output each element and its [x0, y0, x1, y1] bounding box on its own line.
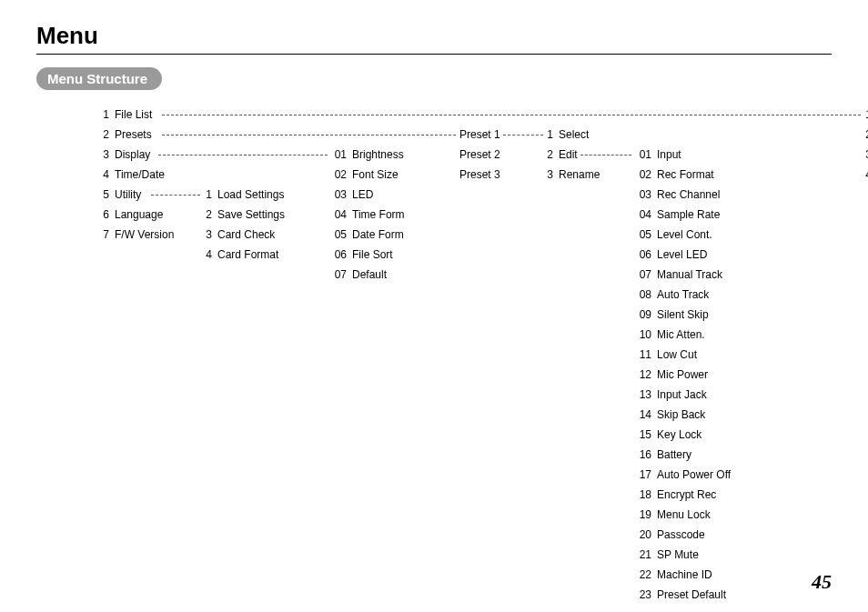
col-main: 1File List 2Presets 3Display 4Time/Date … [100, 105, 187, 245]
menu-item: 01Input [637, 145, 760, 165]
col-display: 01Brightness 02Font Size 03LED 04Time Fo… [332, 145, 432, 285]
dash-filelist [162, 115, 861, 115]
col-utility: 1Load Settings 2Save Settings 3Card Chec… [205, 185, 309, 265]
menu-item: 2Edit [546, 145, 619, 165]
menu-item: 14Skip Back [637, 405, 760, 425]
menu-item: 18Encrypt Rec [637, 485, 760, 505]
menu-item: 02Font Size [332, 165, 432, 185]
menu-item: 15Key Lock [637, 425, 760, 445]
menu-item: 3Rename [864, 145, 868, 165]
menu-item: Preset 3 [459, 165, 514, 185]
menu-item: 4Card Format [205, 245, 309, 265]
menu-item: 01Brightness [332, 145, 432, 165]
menu-item: 06Level LED [637, 245, 760, 265]
col-preset-action: 1Select 2Edit 3Rename [546, 125, 619, 185]
menu-item: 02Rec Format [637, 165, 760, 185]
menu-item: 5Utility [100, 185, 187, 205]
menu-item: 4Time/Date [100, 165, 187, 185]
menu-item: 1Play [864, 105, 868, 125]
menu-item: 06File Sort [332, 245, 432, 265]
menu-item: 3Card Check [205, 225, 309, 245]
col-presets: Preset 1 Preset 2 Preset 3 [459, 125, 514, 185]
menu-item: 2Save Settings [205, 205, 309, 225]
menu-item: 1Load Settings [205, 185, 309, 205]
page-number: 45 [812, 570, 832, 594]
menu-item: 11Low Cut [637, 345, 760, 365]
menu-item: 05Level Cont. [637, 225, 760, 245]
menu-item: 12Mic Power [637, 365, 760, 385]
menu-item: 03LED [332, 185, 432, 205]
menu-item: 04Sample Rate [637, 205, 760, 225]
menu-item: 7F/W Version [100, 225, 187, 245]
menu-item: 10Mic Atten. [637, 325, 760, 345]
menu-item: 19Menu Lock [637, 505, 760, 525]
menu-item: 07Manual Track [637, 265, 760, 285]
menu-item: 2Information [864, 125, 868, 145]
menu-item: 05Date Form [332, 225, 432, 245]
menu-item: 6Language [100, 205, 187, 225]
menu-item: 4Delete [864, 165, 868, 185]
col-edit: 01Input 02Rec Format 03Rec Channel 04Sam… [637, 145, 760, 605]
page-title: Menu [36, 22, 832, 50]
menu-tree: 1File List 2Presets 3Display 4Time/Date … [100, 105, 832, 596]
section-heading: Menu Structure [36, 67, 162, 90]
menu-item: 23Preset Default [637, 585, 760, 605]
dash-presets [162, 135, 456, 135]
menu-item: Preset 2 [459, 145, 514, 165]
menu-item: 3Rename [546, 165, 619, 185]
menu-item: 09Silent Skip [637, 305, 760, 325]
menu-item: 21SP Mute [637, 545, 760, 565]
menu-item: Preset 1 [459, 125, 514, 145]
title-rule [36, 54, 832, 55]
menu-item: 16Battery [637, 445, 760, 465]
col-filelist: 1Play 2Information 3Rename 4Delete [864, 105, 868, 185]
menu-item: 2Presets [100, 125, 187, 145]
menu-item: 07Default [332, 265, 432, 285]
menu-item: 1Select [546, 125, 619, 145]
menu-item: 13Input Jack [637, 385, 760, 405]
menu-item: 20Passcode [637, 525, 760, 545]
menu-item: 3Display [100, 145, 187, 165]
menu-item: 03Rec Channel [637, 185, 760, 205]
menu-item: 22Machine ID [637, 565, 760, 585]
menu-item: 08Auto Track [637, 285, 760, 305]
menu-item: 04Time Form [332, 205, 432, 225]
menu-item: 1File List [100, 105, 187, 125]
menu-item: 17Auto Power Off [637, 465, 760, 485]
